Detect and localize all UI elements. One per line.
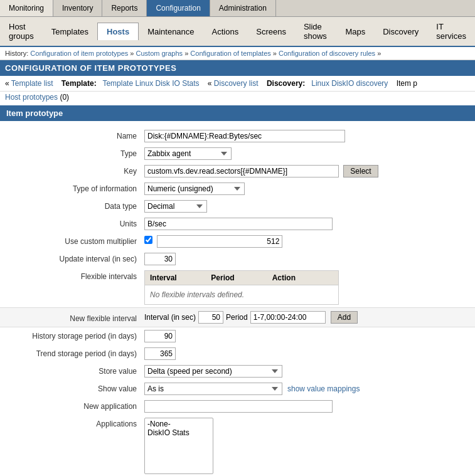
flex-table-header: Interval Period Action — [145, 271, 338, 285]
flexible-intervals-label: Flexible intervals — [6, 270, 144, 281]
history-input[interactable] — [144, 330, 176, 342]
discovery-name-link[interactable]: Linux DiskIO discovery — [311, 79, 388, 88]
flexible-intervals-control: Interval Period Action No flexible inter… — [144, 270, 469, 305]
name-row: Name — [0, 127, 475, 145]
breadcrumb-item-1[interactable]: Configuration of item prototypes — [30, 50, 128, 57]
nav-reports[interactable]: Reports — [102, 0, 147, 16]
flex-col-interval: Interval — [150, 273, 211, 282]
nav-templates[interactable]: Templates — [43, 23, 97, 40]
key-input[interactable] — [144, 165, 339, 177]
nav-hosts[interactable]: Hosts — [97, 23, 139, 40]
nav-monitoring[interactable]: Monitoring — [0, 0, 53, 16]
new-application-row: New application — [0, 398, 475, 415]
show-value-control: As is show value mappings — [144, 383, 469, 395]
breadcrumb-prefix: History: — [5, 50, 28, 57]
new-flex-label: New flexible interval — [6, 312, 144, 323]
nav-discovery[interactable]: Discovery — [374, 23, 427, 40]
type-of-info-control: Numeric (unsigned) Numeric (float) Chara… — [144, 182, 469, 195]
nav-administration[interactable]: Administration — [210, 0, 276, 16]
store-value-select[interactable]: Delta (speed per second) As is Delta (si… — [144, 365, 282, 378]
applications-control: -None- DiskIO Stats — [144, 418, 469, 474]
nav-actions[interactable]: Actions — [203, 23, 248, 40]
discovery-label: Discovery: — [267, 79, 305, 88]
new-flex-period-label: Period — [226, 313, 248, 322]
custom-mult-control — [144, 235, 469, 248]
breadcrumb-item-2[interactable]: Custom graphs — [136, 50, 183, 57]
item-p-label: Item p — [397, 79, 417, 88]
new-flex-add-button[interactable]: Add — [331, 311, 358, 324]
host-prototypes-row: Host prototypes (0) — [0, 92, 475, 105]
units-label: Units — [6, 218, 144, 228]
data-type-row: Data type Decimal Octal Hexadecimal Bool… — [0, 198, 475, 215]
nav-screens[interactable]: Screens — [247, 23, 295, 40]
breadcrumb-links: « Template list Template: Template Linux… — [0, 76, 475, 92]
applications-listbox[interactable]: -None- DiskIO Stats — [144, 418, 213, 474]
custom-mult-label: Use custom multiplier — [6, 235, 144, 246]
nav-maintenance[interactable]: Maintenance — [139, 23, 203, 40]
template-label: Template: — [61, 79, 97, 88]
key-row: Key Select — [0, 162, 475, 180]
store-value-row: Store value Delta (speed per second) As … — [0, 362, 475, 380]
store-value-control: Delta (speed per second) As is Delta (si… — [144, 365, 469, 378]
update-interval-control — [144, 253, 469, 265]
section-header: Item prototype — [0, 105, 475, 121]
new-flex-period-input[interactable] — [250, 311, 326, 324]
template-name-link[interactable]: Template Linux Disk IO Stats — [102, 79, 199, 88]
nav-it-services[interactable]: IT services — [427, 18, 475, 45]
trend-control — [144, 347, 469, 360]
nav-host-groups[interactable]: Host groups — [0, 18, 43, 45]
flex-intervals-table: Interval Period Action No flexible inter… — [144, 270, 339, 305]
name-input[interactable] — [144, 130, 345, 142]
new-application-input[interactable] — [144, 400, 333, 413]
units-input[interactable] — [144, 218, 333, 230]
type-row: Type Zabbix agent Zabbix agent (active) … — [0, 145, 475, 162]
applications-row: Applications -None- DiskIO Stats — [0, 415, 475, 476]
new-application-control — [144, 400, 469, 413]
units-row: Units — [0, 215, 475, 233]
nav-inventory[interactable]: Inventory — [53, 0, 102, 16]
new-flex-controls: Interval (in sec) Period Add — [144, 311, 358, 324]
applications-label: Applications — [6, 418, 144, 428]
update-interval-input[interactable] — [144, 253, 176, 265]
second-navigation: Host groups Templates Hosts Maintenance … — [0, 17, 475, 47]
data-type-select[interactable]: Decimal Octal Hexadecimal Boolean — [144, 200, 207, 213]
data-type-label: Data type — [6, 200, 144, 211]
trend-input[interactable] — [144, 347, 176, 360]
nav-configuration[interactable]: Configuration — [147, 0, 210, 16]
history-row: History storage period (in days) — [0, 327, 475, 345]
new-flexible-interval-row: New flexible interval Interval (in sec) … — [0, 307, 475, 327]
page-title: CONFIGURATION OF ITEM PROTOTYPES — [0, 60, 475, 76]
type-control: Zabbix agent Zabbix agent (active) Simpl… — [144, 147, 469, 160]
key-select-button[interactable]: Select — [343, 165, 378, 177]
history-control — [144, 330, 469, 342]
custom-mult-checkbox[interactable] — [144, 236, 152, 244]
template-list-link[interactable]: Template list — [11, 79, 53, 88]
flex-col-period: Period — [211, 273, 272, 282]
show-value-mappings-link[interactable]: show value mappings — [287, 384, 360, 393]
new-flex-interval-input[interactable] — [198, 311, 223, 324]
flexible-intervals-row: Flexible intervals Interval Period Actio… — [0, 268, 475, 307]
show-value-row: Show value As is show value mappings — [0, 380, 475, 398]
show-value-select[interactable]: As is — [144, 383, 282, 395]
breadcrumb-item-4[interactable]: Configuration of discovery rules — [279, 50, 375, 57]
trend-label: Trend storage period (in days) — [6, 347, 144, 358]
top-navigation: Monitoring Inventory Reports Configurati… — [0, 0, 475, 17]
discovery-list-link[interactable]: Discovery list — [214, 79, 259, 88]
custom-mult-input[interactable] — [157, 235, 282, 248]
nav-maps[interactable]: Maps — [336, 23, 374, 40]
type-label: Type — [6, 147, 144, 158]
flex-col-action: Action — [272, 273, 333, 282]
host-prototypes-link[interactable]: Host prototypes — [5, 93, 58, 102]
name-label: Name — [6, 130, 144, 140]
breadcrumb-item-3[interactable]: Configuration of templates — [190, 50, 270, 57]
show-value-label: Show value — [6, 383, 144, 393]
nav-slide-shows[interactable]: Slide shows — [295, 18, 337, 45]
data-type-control: Decimal Octal Hexadecimal Boolean — [144, 200, 469, 213]
update-interval-label: Update interval (in sec) — [6, 253, 144, 263]
key-label: Key — [6, 165, 144, 176]
units-control — [144, 218, 469, 230]
type-select[interactable]: Zabbix agent Zabbix agent (active) Simpl… — [144, 147, 232, 160]
new-flex-interval-label: Interval (in sec) — [144, 313, 196, 322]
type-of-info-select[interactable]: Numeric (unsigned) Numeric (float) Chara… — [144, 182, 245, 195]
flex-table-empty: No flexible intervals defined. — [145, 285, 338, 304]
